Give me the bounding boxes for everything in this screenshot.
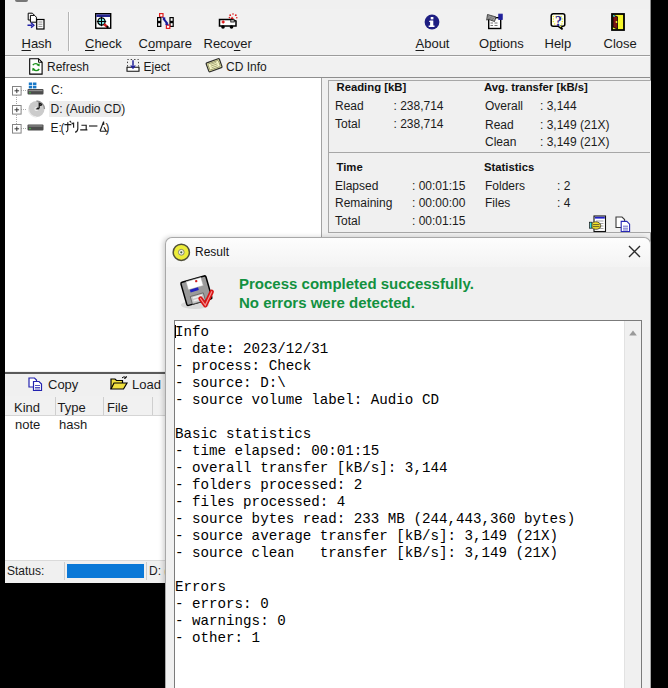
svg-text:?: ?: [554, 14, 561, 29]
